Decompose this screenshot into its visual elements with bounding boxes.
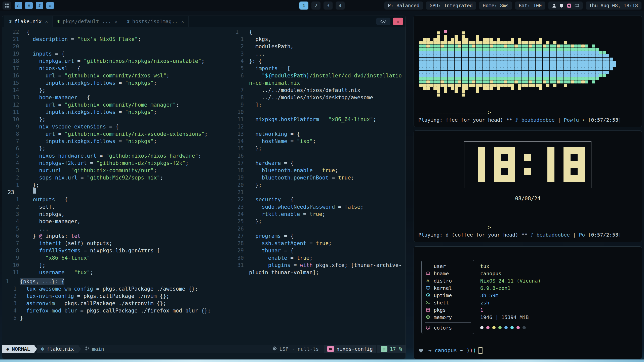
- code-line[interactable]: 11 username = "tux";: [2, 269, 232, 276]
- gpu-widget[interactable]: GPU: Integrated: [426, 2, 476, 10]
- code-line[interactable]: 31 plugins = with pkgs.xfce; [thunar-arc…: [232, 262, 406, 269]
- code-line[interactable]: 28 ssh.startAgent = true;: [232, 240, 406, 247]
- code-line[interactable]: 1{pkgs, ...}: {: [2, 278, 232, 285]
- tab-close-icon[interactable]: ×: [115, 19, 117, 24]
- code-line[interactable]: 19 bluetooth.powerOnBoot = true;: [232, 174, 406, 182]
- code-line[interactable]: 7 ../../modules/nixos/default.nix: [232, 87, 406, 94]
- code-line[interactable]: 4 firefox-mod-blur = pkgs.callPackage ./…: [2, 307, 232, 314]
- code-line[interactable]: 8 ../../modules/nixos/desktop/awesome: [232, 94, 406, 101]
- code-line[interactable]: 2 sops-nix.url = "github:Mic92/sops-nix"…: [2, 174, 232, 182]
- code-line[interactable]: 5 nixos-hardware.url = "github:nixos/nix…: [2, 152, 232, 160]
- pkgs-default-pane[interactable]: 1{pkgs, ...}: {1 tux-awesome-wm-config =…: [2, 277, 232, 345]
- tab-hosts-isoImag-[interactable]: ❄hosts/isoImag..×: [122, 16, 189, 27]
- workspace-icon-2[interactable]: ❄: [25, 2, 33, 9]
- code-line[interactable]: 10: [232, 109, 406, 116]
- code-line[interactable]: 14 hostName = "iso";: [232, 138, 406, 145]
- power-profile-widget[interactable]: P: Balanced: [384, 2, 423, 10]
- tray-icon[interactable]: [575, 3, 579, 8]
- recorder-icon[interactable]: [567, 3, 572, 8]
- code-line[interactable]: 8 forAllSystems = nixpkgs.lib.genAttrs [: [2, 247, 232, 254]
- code-line[interactable]: 17 hardware = {: [232, 160, 406, 167]
- code-line[interactable]: 29 thunar = {: [232, 247, 406, 254]
- shell-prompt[interactable]: → canopus ~ ))): [418, 347, 637, 355]
- code-line[interactable]: 13 networking = {: [232, 130, 406, 138]
- code-line[interactable]: 12: [232, 123, 406, 130]
- code-line[interactable]: 7 inherit (self) outputs;: [2, 240, 232, 247]
- launcher-button[interactable]: [3, 2, 11, 10]
- code-line[interactable]: 3 astronvim = pkgs.callPackage ./astronv…: [2, 300, 232, 307]
- fetch-window[interactable]: userhname❄distrokerneluptimeshellpkgsmem…: [414, 246, 642, 359]
- code-line[interactable]: 14 };: [2, 87, 232, 94]
- code-line[interactable]: 15 };: [232, 145, 406, 152]
- code-line[interactable]: 2 modulesPath,: [232, 43, 406, 50]
- code-line[interactable]: 9 ];: [232, 101, 406, 109]
- code-line[interactable]: 4 nixpkgs-f2k.url = "github:moni-dz/nixp…: [2, 160, 232, 167]
- code-line[interactable]: 27 programs = {: [232, 233, 406, 240]
- tag-3[interactable]: 3: [324, 2, 333, 10]
- code-line[interactable]: 2 self,: [2, 203, 232, 211]
- code-line[interactable]: n-cd-minimal.nix": [232, 79, 406, 87]
- code-line[interactable]: 5 ...: [2, 225, 232, 233]
- code-line[interactable]: 13 home-manager = {: [2, 94, 232, 101]
- code-line[interactable]: 26: [232, 225, 406, 233]
- code-line[interactable]: 22{: [2, 28, 232, 36]
- ping-widget[interactable]: Home: 8ms: [479, 2, 512, 10]
- code-line[interactable]: 8 url = "github:nix-community/nix-vscode…: [2, 130, 232, 138]
- code-line[interactable]: 11 nixpkgs.hostPlatform = "x86_64-linux"…: [232, 116, 406, 123]
- code-line[interactable]: 5 imports = [: [232, 65, 406, 72]
- code-line[interactable]: 10 };: [2, 116, 232, 123]
- command-line[interactable]: [2, 353, 406, 359]
- tab-pkgs-default-[interactable]: ❄pkgs/default ...×: [53, 16, 122, 27]
- code-line[interactable]: 18 nixpkgs.url = "github:nixos/nixpkgs/n…: [2, 58, 232, 65]
- code-line[interactable]: 16 url = "github:nix-community/nixos-wsl…: [2, 72, 232, 79]
- code-line[interactable]: 9 "x86_64-linux": [2, 254, 232, 262]
- code-line[interactable]: 17 nixos-wsl = {: [2, 65, 232, 72]
- window-toggle-button[interactable]: [376, 18, 390, 25]
- code-line[interactable]: 1{: [232, 28, 406, 36]
- code-line[interactable]: 25 };: [232, 218, 406, 225]
- battery-widget[interactable]: Bat: 100: [515, 2, 545, 10]
- code-line[interactable]: 6 };: [2, 145, 232, 152]
- workspace-icon-3[interactable]: ♪: [36, 2, 43, 9]
- window-close-button[interactable]: ✕: [393, 18, 403, 25]
- code-line[interactable]: 1 };: [2, 182, 232, 189]
- visualizer-window[interactable]: =======================> Playing: ffee f…: [414, 16, 642, 127]
- code-line[interactable]: 20: [2, 43, 232, 50]
- flake-nix-pane[interactable]: 22{21 description = "tux's NixOS Flake";…: [2, 27, 232, 277]
- code-line[interactable]: 1 tux-awesome-wm-config = pkgs.callPacka…: [2, 285, 232, 293]
- code-line[interactable]: 20 };: [232, 182, 406, 189]
- person-icon[interactable]: [552, 3, 556, 8]
- tag-2[interactable]: 2: [311, 2, 320, 10]
- tag-4[interactable]: 4: [336, 2, 345, 10]
- code-line[interactable]: 15 inputs.nixpkgs.follows = "nixpkgs";: [2, 79, 232, 87]
- tag-1[interactable]: 1: [299, 2, 308, 10]
- code-line[interactable]: 11 inputs.nixpkgs.follows = "nixpkgs";: [2, 109, 232, 116]
- code-line[interactable]: 4 home-manager,: [2, 218, 232, 225]
- clock-widget[interactable]: Thu Aug 08, 18:18: [586, 2, 641, 10]
- tab-close-icon[interactable]: ×: [45, 19, 48, 24]
- code-line[interactable]: 5}: [2, 314, 232, 322]
- code-line[interactable]: 12 url = "github:nix-community/home-mana…: [2, 101, 232, 109]
- code-line[interactable]: 30 enable = true;: [232, 254, 406, 262]
- code-line[interactable]: 23: [2, 189, 232, 196]
- code-line[interactable]: 3 ...: [232, 50, 406, 58]
- clock-window[interactable]: 08/08/24 =======================> Playin…: [414, 130, 642, 242]
- code-line[interactable]: 18 bluetooth.enable = true;: [232, 167, 406, 174]
- tab-flake-nix[interactable]: ❄flake.nix×: [4, 16, 53, 27]
- iso-image-pane[interactable]: 1{1 pkgs,2 modulesPath,3 ...4}: {5 impor…: [232, 27, 406, 345]
- code-line[interactable]: 1 outputs = {: [2, 196, 232, 203]
- code-line[interactable]: 9 nix-vscode-extensions = {: [2, 123, 232, 130]
- code-line[interactable]: 19 inputs = {: [2, 50, 232, 58]
- workspace-icon-4[interactable]: ✉: [46, 2, 54, 9]
- code-line[interactable]: 10 ];: [2, 262, 232, 269]
- code-line[interactable]: 3 nixpkgs,: [2, 211, 232, 218]
- code-line[interactable]: 16: [232, 152, 406, 160]
- code-line[interactable]: 23 sudo.wheelNeedsPassword = false;: [232, 203, 406, 211]
- code-line[interactable]: 6 } @ inputs: let: [2, 233, 232, 240]
- code-line[interactable]: 21: [232, 189, 406, 196]
- code-line[interactable]: 3 nur.url = "github:nix-community/nur";: [2, 167, 232, 174]
- code-line[interactable]: plugin thunar-volman];: [232, 269, 406, 276]
- code-line[interactable]: 21 description = "tux's NixOS Flake";: [2, 36, 232, 43]
- code-line[interactable]: 1 pkgs,: [232, 36, 406, 43]
- tab-close-icon[interactable]: ×: [181, 19, 184, 24]
